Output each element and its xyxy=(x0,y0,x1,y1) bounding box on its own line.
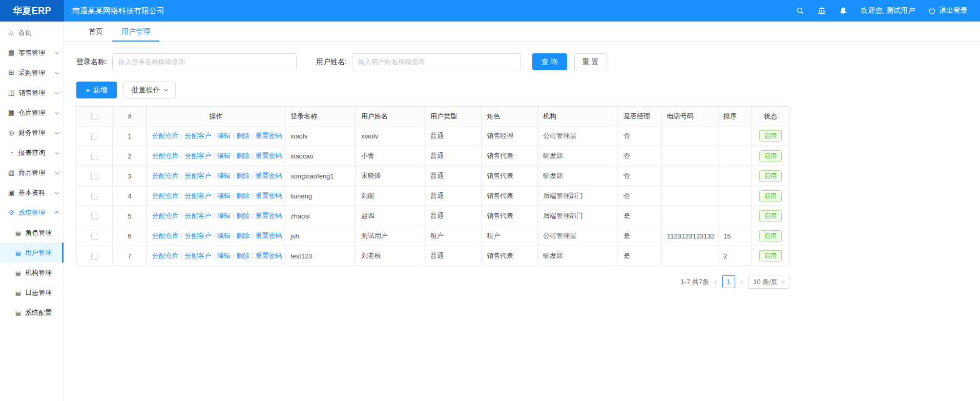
assign-warehouse-link[interactable]: 分配仓库 xyxy=(152,232,179,239)
page-size-value: 10 条/页 xyxy=(753,277,778,287)
delete-link[interactable]: 删除 xyxy=(236,212,249,219)
assign-customer-link[interactable]: 分配客户 xyxy=(184,192,211,199)
cell-role: 销售经理 xyxy=(482,126,538,146)
sidebar-item-label: 机构管理 xyxy=(25,268,52,277)
reset-password-link[interactable]: 重置密码 xyxy=(256,212,282,219)
delete-link[interactable]: 删除 xyxy=(236,152,249,159)
cell-sort: 15 xyxy=(718,226,752,246)
row-checkbox[interactable] xyxy=(91,253,98,260)
edit-link[interactable]: 编辑 xyxy=(217,132,231,139)
sidebar-item-sales[interactable]: ◫ 销售管理 xyxy=(0,83,64,103)
reset-password-link[interactable]: 重置密码 xyxy=(256,172,282,179)
cell-operations: 分配仓库|分配客户|编辑|删除|重置密码 xyxy=(147,186,285,206)
assign-customer-link[interactable]: 分配客户 xyxy=(184,132,211,139)
col-status: 状态 xyxy=(752,107,790,126)
batch-operations-button[interactable]: 批量操作 xyxy=(123,82,176,98)
sidebar-item-goods[interactable]: ▧ 商品管理 xyxy=(0,163,64,183)
sidebar-item-label: 系统管理 xyxy=(18,208,45,217)
search-icon[interactable] xyxy=(796,7,804,15)
assign-warehouse-link[interactable]: 分配仓库 xyxy=(152,132,179,139)
row-checkbox[interactable] xyxy=(91,133,98,140)
top-header: 华夏ERP 南通某某网络科技有限公司 欢迎您, 测试用户 退出登录 xyxy=(0,0,980,22)
table-row: 3 分配仓库|分配客户|编辑|删除|重置密码 songxiaofeng1 宋晓锋… xyxy=(77,166,790,186)
assign-warehouse-link[interactable]: 分配仓库 xyxy=(152,212,179,219)
tab-user-mgmt[interactable]: 用户管理 xyxy=(112,22,159,42)
cell-role: 租户 xyxy=(482,226,538,246)
row-checkbox[interactable] xyxy=(91,193,98,200)
edit-link[interactable]: 编辑 xyxy=(217,152,231,159)
login-name-input[interactable] xyxy=(112,53,297,70)
reset-password-link[interactable]: 重置密码 xyxy=(256,152,282,159)
sidebar-item-label: 商品管理 xyxy=(18,168,45,177)
sidebar-item-log-mgmt[interactable]: ▤ 日志管理 xyxy=(0,283,64,303)
cell-sort xyxy=(718,126,752,146)
row-checkbox[interactable] xyxy=(91,233,98,240)
sidebar-item-user-mgmt[interactable]: ▤ 用户管理 xyxy=(0,243,64,263)
document-icon: ▤ xyxy=(14,309,22,316)
row-checkbox[interactable] xyxy=(91,173,98,180)
logout-label: 退出登录 xyxy=(939,6,968,15)
assign-customer-link[interactable]: 分配客户 xyxy=(184,212,211,219)
delete-link[interactable]: 删除 xyxy=(236,172,249,179)
tab-home[interactable]: 首页 xyxy=(79,22,112,42)
assign-warehouse-link[interactable]: 分配仓库 xyxy=(152,152,179,159)
select-all-checkbox[interactable] xyxy=(91,113,98,120)
assign-customer-link[interactable]: 分配客户 xyxy=(184,152,211,159)
cell-org: 后端管理部门 xyxy=(538,206,618,226)
sidebar-item-org-mgmt[interactable]: ▤ 机构管理 xyxy=(0,263,64,283)
reset-password-link[interactable]: 重置密码 xyxy=(256,252,282,259)
welcome-text: 欢迎您, 测试用户 xyxy=(861,6,915,15)
home-icon: ⌂ xyxy=(7,29,15,36)
cell-role: 销售代表 xyxy=(482,206,538,226)
edit-link[interactable]: 编辑 xyxy=(217,232,231,239)
sidebar-item-system-config[interactable]: ▤ 系统配置 xyxy=(0,303,64,323)
sidebar-item-warehouse[interactable]: ▦ 仓库管理 xyxy=(0,103,64,123)
edit-link[interactable]: 编辑 xyxy=(217,192,231,199)
sidebar-item-report[interactable]: ◔ 报表查询 xyxy=(0,143,64,163)
sidebar-item-role-mgmt[interactable]: ▤ 角色管理 xyxy=(0,223,64,243)
filter-bar: 登录名称: 用户姓名: 查 询 重 置 xyxy=(76,53,968,70)
col-role: 角色 xyxy=(482,107,538,126)
next-page-button[interactable]: › xyxy=(740,277,743,286)
chevron-down-icon xyxy=(55,190,59,194)
search-button[interactable]: 查 询 xyxy=(532,53,567,70)
sidebar-item-retail[interactable]: ▤ 零售管理 xyxy=(0,43,64,63)
platform-icon[interactable] xyxy=(818,7,826,15)
current-page-button[interactable]: 1 xyxy=(722,275,735,288)
assign-customer-link[interactable]: 分配客户 xyxy=(184,252,211,259)
assign-warehouse-link[interactable]: 分配仓库 xyxy=(152,252,179,259)
reset-password-link[interactable]: 重置密码 xyxy=(256,232,282,239)
sidebar-item-system[interactable]: ⚙ 系统管理 xyxy=(0,203,64,223)
reset-password-link[interactable]: 重置密码 xyxy=(256,192,282,199)
sidebar-item-purchase[interactable]: ⊞ 采购管理 xyxy=(0,63,64,83)
sidebar-item-finance[interactable]: ◎ 财务管理 xyxy=(0,123,64,143)
page-size-select[interactable]: 10 条/页 xyxy=(748,275,789,289)
warehouse-icon: ▦ xyxy=(7,109,15,116)
delete-link[interactable]: 删除 xyxy=(236,192,249,199)
assign-warehouse-link[interactable]: 分配仓库 xyxy=(152,172,179,179)
sidebar-item-label: 采购管理 xyxy=(18,68,45,77)
row-checkbox[interactable] xyxy=(91,153,98,160)
assign-customer-link[interactable]: 分配客户 xyxy=(184,232,211,239)
user-name-input[interactable] xyxy=(352,53,521,70)
sidebar-item-basic-data[interactable]: ▣ 基本资料 xyxy=(0,183,64,203)
prev-page-button[interactable]: ‹ xyxy=(714,277,717,286)
cell-login-name: jsh xyxy=(285,226,356,246)
delete-link[interactable]: 删除 xyxy=(236,252,249,259)
assign-warehouse-link[interactable]: 分配仓库 xyxy=(152,192,179,199)
logout-button[interactable]: 退出登录 xyxy=(928,6,968,15)
delete-link[interactable]: 删除 xyxy=(236,232,249,239)
add-button[interactable]: + 新增 xyxy=(76,82,117,98)
edit-link[interactable]: 编辑 xyxy=(217,172,231,179)
assign-customer-link[interactable]: 分配客户 xyxy=(184,172,211,179)
reset-password-link[interactable]: 重置密码 xyxy=(256,132,282,139)
edit-link[interactable]: 编辑 xyxy=(217,252,231,259)
row-checkbox[interactable] xyxy=(91,213,98,220)
bell-icon[interactable] xyxy=(839,7,847,15)
delete-link[interactable]: 删除 xyxy=(236,132,249,139)
edit-link[interactable]: 编辑 xyxy=(217,212,231,219)
sidebar-item-home[interactable]: ⌂ 首页 xyxy=(0,23,64,43)
basic-data-icon: ▣ xyxy=(7,189,15,196)
cell-user-type: 普通 xyxy=(425,166,482,186)
reset-button[interactable]: 重 置 xyxy=(574,53,607,70)
